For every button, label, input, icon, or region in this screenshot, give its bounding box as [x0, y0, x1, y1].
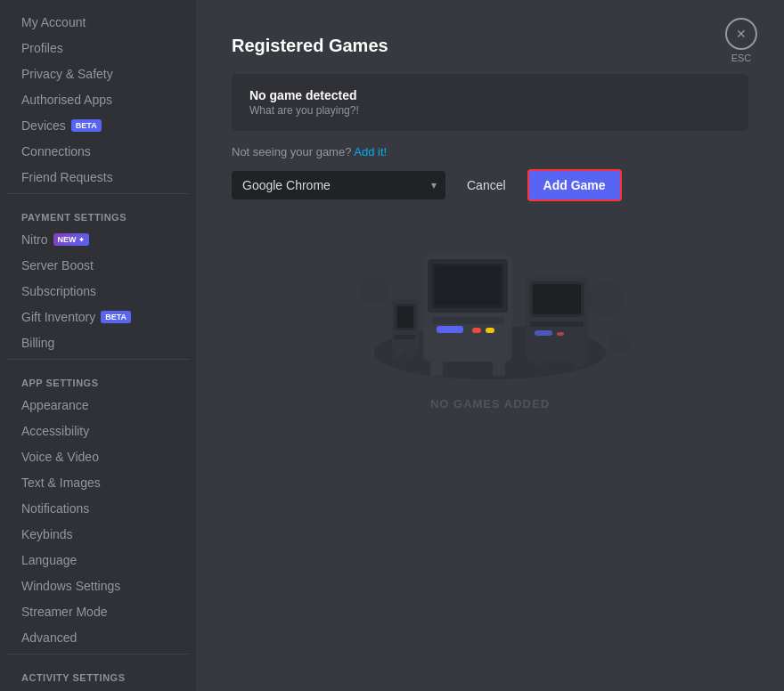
- sidebar-item-privacy-safety[interactable]: Privacy & Safety: [7, 61, 189, 86]
- svg-rect-18: [575, 357, 584, 368]
- svg-rect-23: [395, 350, 402, 359]
- sidebar-item-text-images[interactable]: Text & Images: [7, 470, 189, 495]
- sidebar-item-activity-privacy[interactable]: Activity Privacy: [7, 687, 189, 691]
- no-game-subtitle: What are you playing?!: [249, 104, 731, 117]
- svg-rect-16: [557, 332, 564, 336]
- sidebar-item-windows-settings[interactable]: Windows Settings: [7, 573, 189, 598]
- nitro-badge: NEW: [53, 233, 89, 246]
- svg-rect-5: [432, 317, 503, 324]
- esc-label: ESC: [731, 53, 752, 63]
- svg-rect-4: [435, 266, 501, 305]
- svg-point-25: [588, 281, 624, 317]
- svg-rect-13: [533, 284, 581, 314]
- gift-inventory-badge: BETA: [101, 311, 131, 323]
- page-title: Registered Games: [232, 36, 748, 56]
- svg-rect-24: [408, 350, 415, 359]
- no-game-title: No game detected: [249, 88, 731, 102]
- svg-rect-8: [486, 328, 494, 333]
- sidebar-item-friend-requests[interactable]: Friend Requests: [7, 165, 189, 190]
- sidebar: My Account Profiles Privacy & Safety Aut…: [0, 0, 196, 691]
- add-game-button[interactable]: Add Game: [527, 169, 622, 201]
- sidebar-item-notifications[interactable]: Notifications: [7, 496, 189, 521]
- game-dropdown[interactable]: Google Chrome: [232, 171, 445, 199]
- arcade-illustration: [232, 219, 748, 379]
- sidebar-item-voice-video[interactable]: Voice & Video: [7, 444, 189, 469]
- activity-settings-header: ACTIVITY SETTINGS: [7, 658, 189, 687]
- sidebar-item-streamer-mode[interactable]: Streamer Mode: [7, 599, 189, 624]
- divider-activity: [7, 654, 189, 654]
- esc-button[interactable]: ✕ ESC: [725, 18, 757, 63]
- svg-rect-17: [535, 357, 543, 368]
- divider-app: [7, 359, 189, 360]
- svg-rect-21: [397, 306, 413, 328]
- sidebar-item-gift-inventory[interactable]: Gift Inventory BETA: [7, 305, 189, 329]
- sidebar-item-accessibility[interactable]: Accessibility: [7, 419, 189, 443]
- sidebar-item-server-boost[interactable]: Server Boost: [7, 253, 189, 278]
- sidebar-item-language[interactable]: Language: [7, 548, 189, 573]
- svg-rect-7: [472, 328, 481, 333]
- cancel-button[interactable]: Cancel: [456, 171, 517, 199]
- divider-payment: [7, 193, 189, 194]
- sidebar-item-nitro[interactable]: Nitro NEW: [7, 227, 189, 252]
- svg-rect-10: [493, 360, 505, 376]
- sidebar-item-connections[interactable]: Connections: [7, 139, 189, 164]
- game-dropdown-wrapper: Google Chrome ▾: [232, 171, 445, 199]
- sidebar-item-authorised-apps[interactable]: Authorised Apps: [7, 87, 189, 112]
- svg-rect-9: [430, 360, 443, 376]
- svg-rect-22: [395, 335, 416, 339]
- svg-rect-6: [437, 326, 463, 333]
- app-settings-header: APP SETTINGS: [7, 363, 189, 392]
- payment-settings-header: PAYMENT SETTINGS: [7, 198, 189, 226]
- sidebar-item-advanced[interactable]: Advanced: [7, 625, 189, 650]
- add-game-row: Google Chrome ▾ Cancel Add Game: [232, 169, 748, 201]
- sidebar-item-keybinds[interactable]: Keybinds: [7, 522, 189, 547]
- not-seeing-text: Not seeing your game? Add it!: [232, 145, 748, 159]
- esc-circle: ✕: [725, 18, 757, 50]
- sidebar-item-billing[interactable]: Billing: [7, 330, 189, 355]
- sidebar-item-devices[interactable]: Devices BETA: [7, 113, 189, 138]
- svg-rect-15: [535, 330, 552, 336]
- sidebar-item-subscriptions[interactable]: Subscriptions: [7, 279, 189, 304]
- sidebar-item-my-account[interactable]: My Account: [7, 10, 189, 35]
- svg-rect-14: [530, 321, 584, 327]
- main-content: ✕ ESC Registered Games No game detected …: [196, 0, 784, 691]
- devices-badge: BETA: [71, 119, 102, 132]
- sidebar-item-appearance[interactable]: Appearance: [7, 393, 189, 418]
- sidebar-item-profiles[interactable]: Profiles: [7, 36, 189, 61]
- no-game-card: No game detected What are you playing?!: [232, 74, 748, 131]
- add-it-link[interactable]: Add it!: [354, 145, 387, 159]
- no-games-added-label: NO GAMES ADDED: [232, 397, 748, 411]
- svg-point-26: [361, 277, 388, 304]
- svg-point-27: [608, 333, 630, 354]
